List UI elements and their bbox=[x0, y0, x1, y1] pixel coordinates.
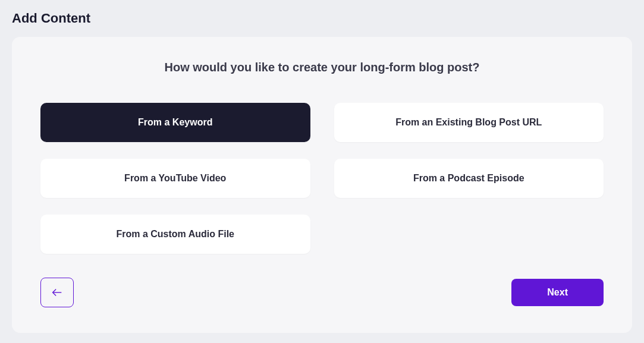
content-card: How would you like to create your long-f… bbox=[12, 37, 632, 333]
option-from-youtube[interactable]: From a YouTube Video bbox=[40, 159, 310, 198]
back-button[interactable] bbox=[40, 278, 74, 307]
arrow-left-icon bbox=[51, 286, 64, 299]
option-label: From a YouTube Video bbox=[124, 173, 226, 184]
option-from-podcast[interactable]: From a Podcast Episode bbox=[334, 159, 604, 198]
options-grid: From a Keyword From an Existing Blog Pos… bbox=[40, 103, 604, 254]
option-label: From a Keyword bbox=[138, 117, 212, 128]
option-label: From a Custom Audio File bbox=[116, 229, 234, 240]
option-from-keyword[interactable]: From a Keyword bbox=[40, 103, 310, 142]
footer: Next bbox=[40, 278, 604, 307]
page-title: Add Content bbox=[0, 0, 644, 37]
next-button[interactable]: Next bbox=[511, 279, 604, 306]
option-label: From a Podcast Episode bbox=[413, 173, 524, 184]
option-from-audio-file[interactable]: From a Custom Audio File bbox=[40, 215, 310, 254]
option-label: From an Existing Blog Post URL bbox=[395, 117, 542, 128]
option-from-blog-url[interactable]: From an Existing Blog Post URL bbox=[334, 103, 604, 142]
question-text: How would you like to create your long-f… bbox=[40, 61, 604, 74]
